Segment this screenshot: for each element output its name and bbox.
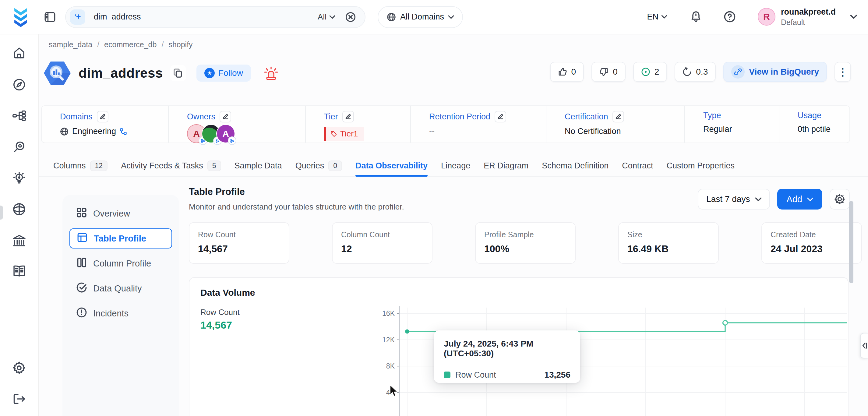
stat-label: Profile Sample: [484, 230, 566, 239]
sidebar-toggle-icon[interactable]: [43, 10, 57, 24]
grid-icon: [76, 207, 87, 220]
rail-observability-search-icon[interactable]: [12, 140, 26, 155]
subnav-item-data-quality[interactable]: Data Quality: [69, 278, 172, 298]
app-logo-icon[interactable]: [11, 7, 30, 27]
content-scrollbar-thumb[interactable]: [849, 201, 854, 283]
type-label: Type: [703, 111, 721, 120]
domains-filter-dropdown[interactable]: All Domains: [378, 6, 463, 28]
data-point-marker[interactable]: [405, 329, 409, 333]
row-count-line-chart[interactable]: 16K12K8K4K: [323, 302, 847, 416]
tab-label: Custom Properties: [666, 161, 735, 170]
data-point-marker[interactable]: [723, 321, 727, 325]
side-panel-expand-handle[interactable]: [860, 333, 868, 358]
user-menu-caret-icon[interactable]: [850, 14, 857, 19]
subnav-item-table-profile[interactable]: Table Profile: [69, 228, 172, 249]
global-search-bar[interactable]: All: [65, 6, 366, 28]
tab-data-observability[interactable]: Data Observability: [355, 157, 428, 174]
tier-chip[interactable]: Tier1: [324, 127, 364, 141]
edit-domains-button[interactable]: [97, 111, 108, 122]
follow-label: Follow: [218, 68, 243, 78]
tab-label: Activity Feeds & Tasks: [121, 161, 203, 170]
stat-card-created-date: Created Date24 Jul 2023: [762, 222, 862, 264]
breadcrumb-item[interactable]: shopify: [168, 40, 192, 49]
view-in-source-label: View in BigQuery: [749, 67, 819, 77]
series-swatch-icon: [444, 372, 451, 378]
rail-settings-gear-icon[interactable]: [12, 361, 26, 376]
tab-queries[interactable]: Queries0: [296, 157, 342, 174]
application-window: All All Domains EN R: [0, 0, 868, 416]
tab-sample-data[interactable]: Sample Data: [235, 157, 282, 174]
tab-label: ER Diagram: [484, 161, 528, 170]
rail-govern-bank-icon[interactable]: [12, 234, 26, 249]
rail-drag-handle[interactable]: [0, 205, 3, 220]
tooltip-series-label: Row Count: [455, 370, 496, 380]
entity-tab-bar: Columns12Activity Feeds & Tasks5Sample D…: [39, 157, 868, 177]
upvote-button[interactable]: 0: [550, 62, 584, 82]
owner-avatar[interactable]: A: [216, 124, 235, 143]
subnav-item-column-profile[interactable]: Column Profile: [69, 253, 172, 274]
tab-activity-feeds-tasks[interactable]: Activity Feeds & Tasks5: [121, 157, 221, 174]
edit-owners-button[interactable]: [220, 111, 231, 122]
task-target-icon: [641, 67, 650, 76]
edit-retention-button[interactable]: [495, 111, 506, 122]
add-label: Add: [786, 194, 802, 204]
subnav-item-incidents[interactable]: Incidents: [69, 303, 172, 323]
time-range-dropdown[interactable]: Last 7 days: [698, 189, 770, 210]
help-icon[interactable]: [724, 11, 736, 23]
tab-custom-properties[interactable]: Custom Properties: [666, 157, 735, 174]
notifications-bell-icon[interactable]: [690, 11, 702, 23]
section-description: Monitor and understand your tables struc…: [189, 202, 404, 212]
rail-home-icon[interactable]: [12, 46, 26, 61]
tab-lineage[interactable]: Lineage: [441, 157, 470, 174]
edit-certification-button[interactable]: [613, 111, 624, 122]
language-selector[interactable]: EN: [647, 12, 667, 22]
subnav-item-overview[interactable]: Overview: [69, 203, 172, 224]
edit-tier-button[interactable]: [342, 111, 354, 122]
version-button[interactable]: 0.3: [675, 62, 716, 82]
ai-sparkle-icon[interactable]: [70, 9, 85, 25]
rail-insights-bulb-icon[interactable]: [12, 171, 26, 186]
profiler-subnav: OverviewTable ProfileColumn ProfileData …: [62, 195, 179, 416]
stat-label: Row Count: [198, 230, 280, 239]
avatar-initial: R: [763, 11, 770, 22]
table-icon: [77, 232, 88, 245]
owner-avatars: A A: [187, 124, 305, 143]
rail-glossary-book-icon[interactable]: [12, 265, 26, 279]
version-number: 0.3: [696, 67, 708, 77]
chart-title: Data Volume: [200, 287, 255, 298]
search-scope-dropdown[interactable]: All: [318, 12, 335, 22]
subnav-label: Column Profile: [93, 259, 151, 268]
tier-label: Tier: [324, 112, 338, 122]
user-avatar[interactable]: R: [758, 8, 775, 26]
breadcrumb-item[interactable]: ecommerce_db: [104, 40, 157, 49]
rail-lineage-network-icon[interactable]: [12, 109, 26, 123]
rail-logout-icon[interactable]: [12, 392, 26, 407]
rail-explore-compass-icon[interactable]: [12, 78, 26, 93]
search-input[interactable]: [94, 12, 318, 22]
profile-header: Table Profile Monitor and understand you…: [189, 186, 404, 212]
more-options-button[interactable]: ⋮: [835, 62, 851, 82]
add-button[interactable]: Add: [777, 189, 822, 210]
breadcrumb-item[interactable]: sample_data: [49, 40, 92, 49]
search-clear-icon[interactable]: [345, 12, 356, 22]
alert-siren-icon[interactable]: [263, 65, 279, 81]
globe-icon: [387, 12, 396, 22]
rail-domains-globe-icon[interactable]: [12, 202, 26, 218]
user-menu[interactable]: rounakpreet.d Default: [781, 7, 836, 27]
copy-name-icon[interactable]: [170, 65, 186, 81]
tab-contract[interactable]: Contract: [622, 157, 653, 174]
follow-button[interactable]: ★ Follow: [196, 65, 251, 82]
metadata-certification: Certification No Certification: [546, 106, 684, 142]
alert-circle-icon: [76, 307, 87, 320]
domains-value[interactable]: Engineering: [72, 127, 116, 136]
retention-label: Retention Period: [429, 112, 490, 122]
profiler-settings-button[interactable]: [830, 189, 850, 210]
tab-er-diagram[interactable]: ER Diagram: [484, 157, 528, 174]
open-tasks-button[interactable]: 2: [633, 62, 667, 82]
downvote-button[interactable]: 0: [591, 62, 626, 82]
usage-value: 0th pctile: [798, 125, 831, 134]
tab-schema-definition[interactable]: Schema Definition: [542, 157, 609, 174]
tab-columns[interactable]: Columns12: [53, 157, 107, 174]
external-link-icon: [731, 65, 745, 78]
view-in-source-button[interactable]: View in BigQuery: [723, 62, 827, 82]
